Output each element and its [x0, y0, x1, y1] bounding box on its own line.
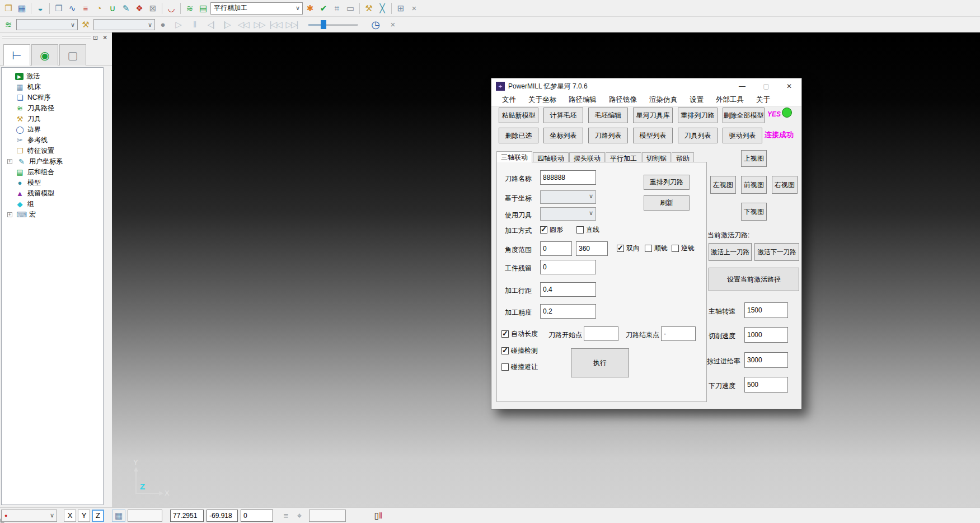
machining-preset-combo[interactable]: 平行精加工 ∨ [210, 2, 303, 15]
tab-4axis[interactable]: 四轴联动 [533, 152, 569, 162]
sim-toolbar-close-icon[interactable]: × [387, 18, 399, 31]
menu-file[interactable]: 文件 [496, 95, 522, 105]
mode-line-checkbox[interactable]: 直线 [576, 225, 599, 235]
checkbox[interactable] [501, 363, 509, 371]
grid-size-field[interactable] [128, 510, 162, 522]
menu-coords[interactable]: 关于坐标 [522, 95, 562, 105]
pattern-icon[interactable]: ❖ [133, 2, 146, 15]
rearrange-button[interactable]: 重排列刀路 [644, 175, 690, 190]
activate-prev-toolpath-button[interactable]: 激活上一刀路 [709, 243, 752, 261]
spindle-speed-input[interactable] [744, 302, 788, 318]
block-icon[interactable]: ◒ [34, 2, 46, 15]
sim-toolpath-combo[interactable]: ∨ [16, 19, 78, 30]
axis-z-button[interactable]: Z [92, 510, 104, 522]
grid-snap-icon[interactable]: ▦ [112, 510, 125, 522]
mode-circle-checkbox[interactable]: 圆形 [540, 225, 563, 235]
slider-handle[interactable] [321, 20, 326, 29]
maximize-button[interactable]: ▢ [755, 78, 777, 94]
tree-item-activate[interactable]: ▶ 激活 [2, 71, 103, 82]
model-icon[interactable]: ❒ [53, 2, 65, 15]
menu-ext-tools[interactable]: 外部工具 [710, 95, 750, 105]
step-back-button[interactable]: ◁| [203, 20, 218, 30]
simulate-icon[interactable]: ◡ [165, 2, 177, 15]
close-button[interactable]: ✕ [778, 78, 800, 94]
collision-check-checkbox[interactable]: 碰撞检测 [501, 346, 538, 356]
base-coord-combo[interactable]: ∨ [540, 190, 596, 204]
workplane-edit-icon[interactable]: ✎ [120, 2, 132, 15]
toolbar-close-icon[interactable]: × [408, 2, 420, 15]
tree-item-workplanes[interactable]: + ✎ 用户坐标系 [2, 156, 103, 167]
checkbox[interactable] [501, 347, 509, 354]
delete-all-models-button[interactable]: 删除全部模型 [723, 108, 765, 123]
dock-restore-button[interactable]: ⊡ [91, 34, 100, 41]
menu-path-edit[interactable]: 路径编辑 [562, 95, 603, 105]
go-to-end-button[interactable]: ▷▷| [284, 20, 299, 30]
coord-list-button[interactable]: 坐标列表 [543, 128, 583, 143]
view-right-button[interactable]: 右视图 [772, 176, 798, 194]
collision-avoid-checkbox[interactable]: 碰撞避让 [501, 362, 538, 372]
use-tool-combo[interactable]: ∨ [540, 207, 596, 221]
sim-tool-combo[interactable]: ∨ [93, 19, 155, 30]
checkbox[interactable] [645, 245, 652, 252]
delete-tool-icon[interactable]: ⊠ [147, 2, 159, 15]
dir-both-checkbox[interactable]: 双向 [617, 244, 640, 253]
tree-item-macros[interactable]: + ⌨ 宏 [2, 209, 103, 220]
toolpath-name-input[interactable] [540, 170, 596, 185]
view-top-button[interactable]: 上视图 [741, 150, 767, 167]
edit-block-button[interactable]: 毛坯编辑 [588, 108, 628, 123]
dialog-title-bar[interactable]: ✦ PowerMILL 忆梦星河 7.0.6 — ▢ ✕ [491, 78, 801, 94]
start-point-input[interactable] [584, 326, 618, 341]
clock-icon[interactable]: ◷ [369, 18, 382, 31]
tool-burst-icon[interactable]: ✱ [304, 2, 316, 15]
checkbox[interactable] [576, 226, 584, 234]
tool-library-button[interactable]: 星河刀具库 [633, 108, 673, 123]
auto-length-checkbox[interactable]: 自动长度 [501, 329, 538, 339]
view-left-button[interactable]: 左视图 [710, 176, 736, 194]
menu-settings[interactable]: 设置 [683, 95, 710, 105]
tree-item-stock-models[interactable]: ▲ 残留模型 [2, 188, 103, 199]
cutting-feed-input[interactable] [744, 327, 788, 343]
library-icon[interactable]: ⊞ [395, 2, 407, 15]
axis-y-button[interactable]: Y [78, 510, 90, 522]
leads-links-icon[interactable]: ∪ [106, 2, 119, 15]
checkbox[interactable] [617, 245, 624, 252]
lightbulb-icon[interactable]: ● [157, 18, 169, 31]
tree-item-patterns[interactable]: ✂ 参考线 [2, 135, 103, 146]
climb-mill-checkbox[interactable]: 顺铣 [645, 244, 668, 253]
tree-item-toolpaths[interactable]: ≋ 刀具路径 [2, 103, 103, 114]
paste-new-model-button[interactable]: 粘贴新模型 [499, 108, 538, 123]
tab-world[interactable]: ◉ [31, 44, 58, 66]
sidebar-dock-header[interactable]: ⊡ ✕ [1, 33, 111, 42]
checkbox[interactable] [540, 226, 547, 234]
tool-verify-icon[interactable]: ✔ [317, 2, 330, 15]
menu-path-mirror[interactable]: 路径镜像 [603, 95, 643, 105]
save-icon[interactable]: ▦ [16, 2, 28, 15]
tree-item-nc-programs[interactable]: ❏ NC程序 [2, 92, 103, 103]
minimize-button[interactable]: — [731, 78, 753, 94]
plunge-feed-input[interactable] [744, 377, 788, 393]
tab-cutting-saw[interactable]: 切割锯 [642, 152, 671, 162]
tree-item-models[interactable]: ● 模型 [2, 178, 103, 188]
step-forward-button[interactable]: |▷ [219, 20, 234, 30]
status-combo[interactable]: ● ∨ [1, 510, 57, 522]
refresh-button[interactable]: 刷新 [644, 195, 690, 211]
tab-parallel[interactable]: 平行加工 [606, 152, 641, 162]
fast-forward-button[interactable]: ▷▷ [252, 20, 266, 30]
tools-pair-icon[interactable]: ⚒ [363, 2, 375, 15]
menu-about[interactable]: 关于 [750, 95, 776, 105]
simulation-speed-slider[interactable] [308, 20, 358, 30]
go-to-start-button[interactable]: |◁◁ [268, 20, 283, 30]
ruler-icon[interactable]: ▭ [344, 2, 357, 15]
play-button[interactable]: ▷ [171, 20, 185, 30]
tree-item-boundaries[interactable]: ◯ 边界 [2, 124, 103, 135]
pause-button[interactable]: ‖ [187, 20, 201, 29]
model-list-button[interactable]: 模型列表 [633, 128, 673, 143]
view-bottom-button[interactable]: 下视图 [741, 203, 767, 221]
coordinate-list-icon[interactable]: ≡ [280, 510, 292, 522]
tab-help[interactable]: 帮助 [672, 152, 694, 162]
tree-item-tools[interactable]: ⚒ 刀具 [2, 114, 103, 124]
skim-feed-input[interactable] [744, 352, 788, 368]
angle-to-input[interactable] [576, 241, 608, 256]
rewind-button[interactable]: ◁◁ [236, 20, 250, 30]
probe-icon[interactable]: ⌖ [293, 510, 306, 522]
